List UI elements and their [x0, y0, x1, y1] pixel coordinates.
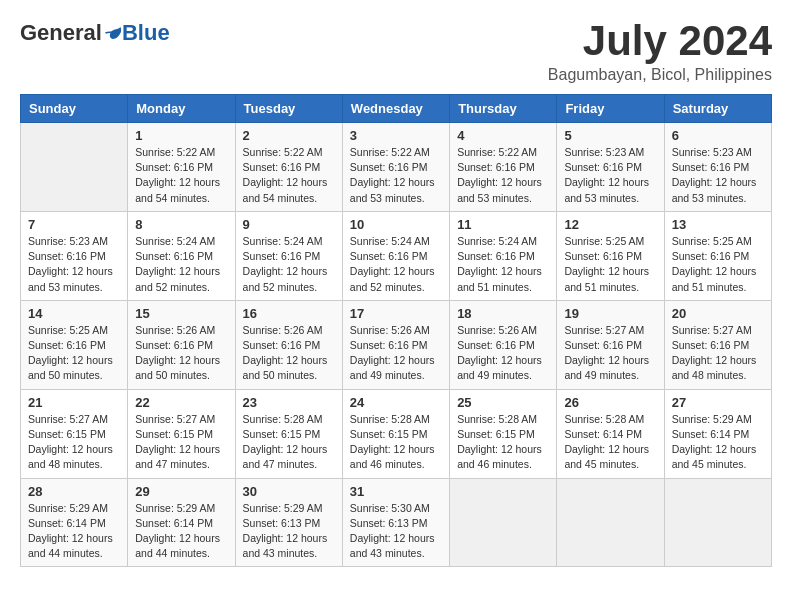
weekday-header-thursday: Thursday	[450, 95, 557, 123]
day-number: 10	[350, 217, 442, 232]
day-number: 7	[28, 217, 120, 232]
day-number: 27	[672, 395, 764, 410]
day-content: Sunrise: 5:22 AMSunset: 6:16 PMDaylight:…	[135, 145, 227, 206]
day-content: Sunrise: 5:24 AMSunset: 6:16 PMDaylight:…	[457, 234, 549, 295]
day-content: Sunrise: 5:22 AMSunset: 6:16 PMDaylight:…	[350, 145, 442, 206]
day-content: Sunrise: 5:24 AMSunset: 6:16 PMDaylight:…	[350, 234, 442, 295]
day-content: Sunrise: 5:26 AMSunset: 6:16 PMDaylight:…	[135, 323, 227, 384]
day-number: 6	[672, 128, 764, 143]
calendar-cell	[21, 123, 128, 212]
day-content: Sunrise: 5:27 AMSunset: 6:16 PMDaylight:…	[672, 323, 764, 384]
logo-general: General	[20, 20, 102, 46]
weekday-header-friday: Friday	[557, 95, 664, 123]
day-content: Sunrise: 5:29 AMSunset: 6:14 PMDaylight:…	[672, 412, 764, 473]
day-number: 9	[243, 217, 335, 232]
day-number: 28	[28, 484, 120, 499]
calendar-cell: 12Sunrise: 5:25 AMSunset: 6:16 PMDayligh…	[557, 211, 664, 300]
calendar-cell: 30Sunrise: 5:29 AMSunset: 6:13 PMDayligh…	[235, 478, 342, 567]
day-content: Sunrise: 5:25 AMSunset: 6:16 PMDaylight:…	[672, 234, 764, 295]
day-number: 23	[243, 395, 335, 410]
logo-blue: Blue	[122, 20, 170, 46]
location-subtitle: Bagumbayan, Bicol, Philippines	[548, 66, 772, 84]
calendar-week-4: 21Sunrise: 5:27 AMSunset: 6:15 PMDayligh…	[21, 389, 772, 478]
day-content: Sunrise: 5:25 AMSunset: 6:16 PMDaylight:…	[28, 323, 120, 384]
day-number: 31	[350, 484, 442, 499]
calendar-cell: 7Sunrise: 5:23 AMSunset: 6:16 PMDaylight…	[21, 211, 128, 300]
calendar-cell: 17Sunrise: 5:26 AMSunset: 6:16 PMDayligh…	[342, 300, 449, 389]
day-content: Sunrise: 5:27 AMSunset: 6:15 PMDaylight:…	[28, 412, 120, 473]
day-number: 12	[564, 217, 656, 232]
month-title: July 2024	[548, 20, 772, 62]
calendar-cell: 4Sunrise: 5:22 AMSunset: 6:16 PMDaylight…	[450, 123, 557, 212]
day-content: Sunrise: 5:27 AMSunset: 6:15 PMDaylight:…	[135, 412, 227, 473]
day-content: Sunrise: 5:23 AMSunset: 6:16 PMDaylight:…	[564, 145, 656, 206]
calendar-cell: 14Sunrise: 5:25 AMSunset: 6:16 PMDayligh…	[21, 300, 128, 389]
day-number: 17	[350, 306, 442, 321]
day-number: 29	[135, 484, 227, 499]
calendar-cell: 18Sunrise: 5:26 AMSunset: 6:16 PMDayligh…	[450, 300, 557, 389]
day-content: Sunrise: 5:26 AMSunset: 6:16 PMDaylight:…	[350, 323, 442, 384]
calendar-cell: 24Sunrise: 5:28 AMSunset: 6:15 PMDayligh…	[342, 389, 449, 478]
title-block: July 2024 Bagumbayan, Bicol, Philippines	[548, 20, 772, 84]
calendar-cell: 5Sunrise: 5:23 AMSunset: 6:16 PMDaylight…	[557, 123, 664, 212]
day-content: Sunrise: 5:29 AMSunset: 6:14 PMDaylight:…	[135, 501, 227, 562]
day-number: 15	[135, 306, 227, 321]
calendar-cell: 22Sunrise: 5:27 AMSunset: 6:15 PMDayligh…	[128, 389, 235, 478]
calendar-cell: 1Sunrise: 5:22 AMSunset: 6:16 PMDaylight…	[128, 123, 235, 212]
calendar-cell: 31Sunrise: 5:30 AMSunset: 6:13 PMDayligh…	[342, 478, 449, 567]
calendar-cell: 10Sunrise: 5:24 AMSunset: 6:16 PMDayligh…	[342, 211, 449, 300]
calendar-week-1: 1Sunrise: 5:22 AMSunset: 6:16 PMDaylight…	[21, 123, 772, 212]
calendar-cell: 29Sunrise: 5:29 AMSunset: 6:14 PMDayligh…	[128, 478, 235, 567]
calendar-cell: 3Sunrise: 5:22 AMSunset: 6:16 PMDaylight…	[342, 123, 449, 212]
calendar-table: SundayMondayTuesdayWednesdayThursdayFrid…	[20, 94, 772, 567]
day-number: 4	[457, 128, 549, 143]
calendar-cell: 26Sunrise: 5:28 AMSunset: 6:14 PMDayligh…	[557, 389, 664, 478]
calendar-cell: 21Sunrise: 5:27 AMSunset: 6:15 PMDayligh…	[21, 389, 128, 478]
day-number: 24	[350, 395, 442, 410]
day-content: Sunrise: 5:26 AMSunset: 6:16 PMDaylight:…	[243, 323, 335, 384]
day-number: 16	[243, 306, 335, 321]
day-content: Sunrise: 5:28 AMSunset: 6:15 PMDaylight:…	[457, 412, 549, 473]
weekday-header-tuesday: Tuesday	[235, 95, 342, 123]
day-number: 19	[564, 306, 656, 321]
weekday-header-row: SundayMondayTuesdayWednesdayThursdayFrid…	[21, 95, 772, 123]
calendar-cell: 23Sunrise: 5:28 AMSunset: 6:15 PMDayligh…	[235, 389, 342, 478]
calendar-cell	[450, 478, 557, 567]
day-content: Sunrise: 5:25 AMSunset: 6:16 PMDaylight:…	[564, 234, 656, 295]
logo-bird-icon	[104, 24, 122, 42]
day-content: Sunrise: 5:27 AMSunset: 6:16 PMDaylight:…	[564, 323, 656, 384]
page-header: General Blue July 2024 Bagumbayan, Bicol…	[20, 20, 772, 84]
day-number: 5	[564, 128, 656, 143]
calendar-cell: 16Sunrise: 5:26 AMSunset: 6:16 PMDayligh…	[235, 300, 342, 389]
day-number: 11	[457, 217, 549, 232]
calendar-cell: 2Sunrise: 5:22 AMSunset: 6:16 PMDaylight…	[235, 123, 342, 212]
day-number: 21	[28, 395, 120, 410]
calendar-cell: 19Sunrise: 5:27 AMSunset: 6:16 PMDayligh…	[557, 300, 664, 389]
calendar-cell: 9Sunrise: 5:24 AMSunset: 6:16 PMDaylight…	[235, 211, 342, 300]
day-number: 13	[672, 217, 764, 232]
day-content: Sunrise: 5:22 AMSunset: 6:16 PMDaylight:…	[243, 145, 335, 206]
calendar-cell	[557, 478, 664, 567]
day-number: 18	[457, 306, 549, 321]
day-number: 20	[672, 306, 764, 321]
day-content: Sunrise: 5:23 AMSunset: 6:16 PMDaylight:…	[672, 145, 764, 206]
day-content: Sunrise: 5:24 AMSunset: 6:16 PMDaylight:…	[243, 234, 335, 295]
day-content: Sunrise: 5:28 AMSunset: 6:14 PMDaylight:…	[564, 412, 656, 473]
day-content: Sunrise: 5:23 AMSunset: 6:16 PMDaylight:…	[28, 234, 120, 295]
calendar-week-2: 7Sunrise: 5:23 AMSunset: 6:16 PMDaylight…	[21, 211, 772, 300]
day-number: 8	[135, 217, 227, 232]
calendar-cell: 28Sunrise: 5:29 AMSunset: 6:14 PMDayligh…	[21, 478, 128, 567]
day-number: 3	[350, 128, 442, 143]
day-content: Sunrise: 5:22 AMSunset: 6:16 PMDaylight:…	[457, 145, 549, 206]
calendar-cell: 11Sunrise: 5:24 AMSunset: 6:16 PMDayligh…	[450, 211, 557, 300]
calendar-cell: 6Sunrise: 5:23 AMSunset: 6:16 PMDaylight…	[664, 123, 771, 212]
calendar-cell	[664, 478, 771, 567]
calendar-cell: 15Sunrise: 5:26 AMSunset: 6:16 PMDayligh…	[128, 300, 235, 389]
weekday-header-monday: Monday	[128, 95, 235, 123]
day-content: Sunrise: 5:28 AMSunset: 6:15 PMDaylight:…	[350, 412, 442, 473]
day-content: Sunrise: 5:28 AMSunset: 6:15 PMDaylight:…	[243, 412, 335, 473]
day-number: 1	[135, 128, 227, 143]
day-number: 26	[564, 395, 656, 410]
weekday-header-saturday: Saturday	[664, 95, 771, 123]
day-content: Sunrise: 5:24 AMSunset: 6:16 PMDaylight:…	[135, 234, 227, 295]
